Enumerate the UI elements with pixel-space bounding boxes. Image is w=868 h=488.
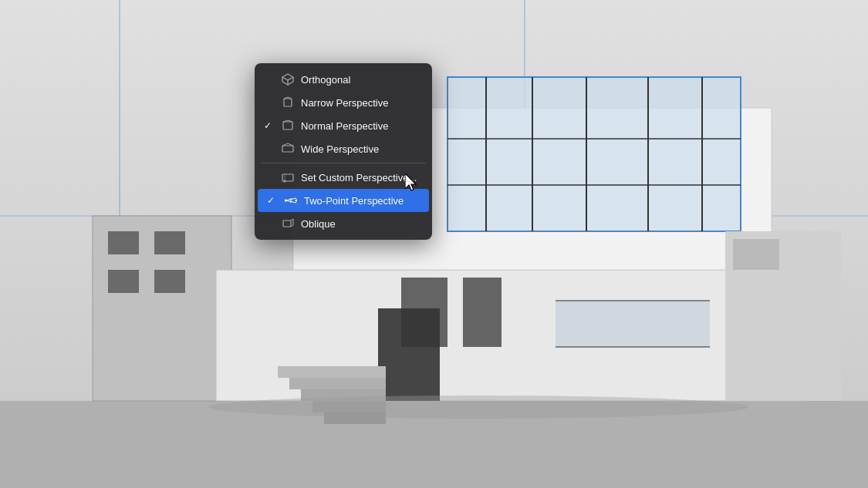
svg-rect-31	[289, 378, 386, 389]
narrow-perspective-label: Narrow Perspective	[301, 97, 423, 109]
svg-point-35	[208, 395, 748, 419]
two-point-perspective-icon	[284, 194, 298, 207]
two-point-perspective-label: Two-Point Perspective	[304, 195, 420, 207]
normal-perspective-label: Normal Perspective	[301, 120, 423, 132]
oblique-icon	[281, 217, 295, 231]
custom-checkmark	[264, 172, 275, 183]
svg-rect-15	[448, 77, 741, 231]
narrow-checkmark	[264, 97, 275, 108]
svg-rect-47	[282, 174, 293, 181]
menu-item-orthogonal[interactable]: Orthogonal	[255, 68, 432, 91]
svg-point-53	[285, 200, 287, 202]
oblique-checkmark	[264, 218, 275, 229]
building-scene	[0, 0, 868, 488]
orthogonal-icon	[281, 72, 295, 86]
custom-perspective-icon	[281, 170, 295, 184]
menu-item-oblique[interactable]: Oblique	[255, 212, 432, 235]
svg-rect-30	[278, 366, 386, 378]
svg-rect-10	[154, 270, 185, 293]
normal-checkmark: ✓	[264, 120, 275, 131]
svg-rect-38	[284, 99, 292, 106]
svg-rect-9	[108, 270, 139, 293]
normal-perspective-icon	[281, 119, 295, 133]
svg-rect-55	[283, 220, 291, 227]
menu-divider-1	[261, 163, 426, 163]
menu-item-set-custom-perspective[interactable]: Set Custom Perspective...	[255, 166, 432, 189]
set-custom-perspective-label: Set Custom Perspective...	[301, 172, 423, 183]
orthogonal-label: Orthogonal	[301, 74, 423, 86]
svg-rect-25	[463, 278, 502, 347]
narrow-perspective-icon	[281, 96, 295, 109]
svg-rect-7	[108, 231, 139, 254]
svg-point-49	[284, 180, 286, 183]
menu-item-two-point-perspective[interactable]: ✓ Two-Point Perspective	[258, 189, 429, 212]
wide-perspective-label: Wide Perspective	[301, 143, 423, 155]
perspective-dropdown-menu: Orthogonal Narrow Perspective ✓ Normal P…	[255, 63, 432, 240]
svg-rect-37	[733, 239, 779, 270]
menu-item-normal-perspective[interactable]: ✓ Normal Perspective	[255, 114, 432, 137]
svg-rect-44	[282, 146, 293, 152]
menu-item-wide-perspective[interactable]: Wide Perspective	[255, 137, 432, 160]
oblique-label: Oblique	[301, 218, 423, 230]
svg-rect-26	[378, 308, 440, 401]
menu-item-narrow-perspective[interactable]: Narrow Perspective	[255, 91, 432, 114]
svg-rect-41	[283, 122, 292, 130]
svg-rect-27	[556, 301, 710, 347]
wide-checkmark	[264, 143, 275, 154]
two-point-checkmark: ✓	[267, 195, 278, 206]
svg-rect-8	[154, 231, 185, 254]
wide-perspective-icon	[281, 142, 295, 156]
svg-point-54	[296, 200, 298, 202]
orthogonal-checkmark	[264, 74, 275, 85]
